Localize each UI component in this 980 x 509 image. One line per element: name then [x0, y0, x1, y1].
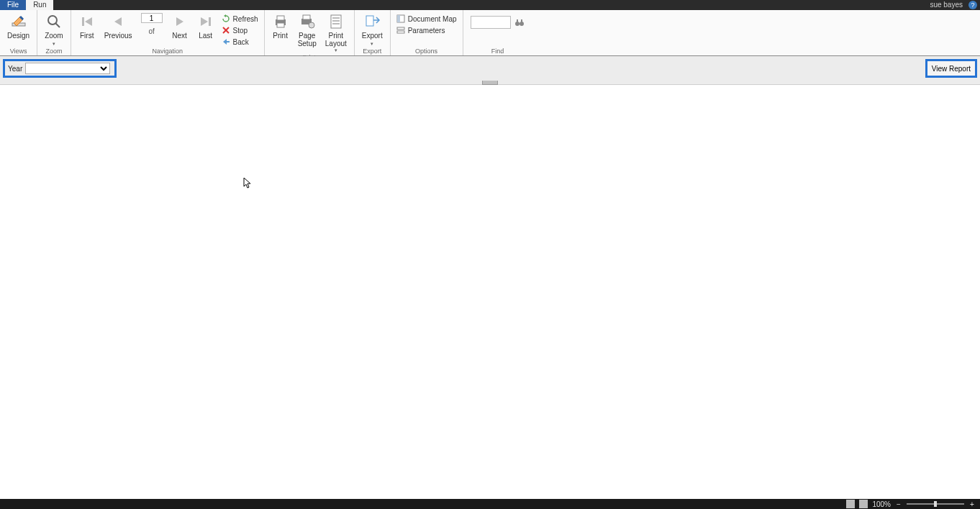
svg-rect-17	[332, 23, 340, 24]
zoom-out-button[interactable]: −	[895, 500, 902, 508]
svg-rect-10	[277, 23, 284, 27]
group-options-label: Options	[394, 48, 460, 55]
print-layout-label-1: Print	[329, 32, 344, 40]
svg-point-13	[309, 22, 314, 28]
group-views: Design Views	[0, 10, 37, 55]
tab-file[interactable]: File	[0, 0, 26, 10]
year-param-select[interactable]	[25, 63, 110, 74]
svg-rect-7	[226, 41, 230, 42]
page-number-input[interactable]	[141, 13, 163, 23]
svg-rect-12	[303, 15, 310, 19]
svg-rect-26	[521, 19, 522, 22]
status-bar: 100% − +	[0, 499, 980, 509]
page-of-label: of	[148, 27, 154, 35]
design-button[interactable]: Design	[3, 12, 34, 40]
find-next-button[interactable]	[514, 17, 525, 28]
svg-rect-20	[397, 15, 400, 22]
zoom-dropdown-arrow: ▾	[53, 40, 55, 48]
svg-rect-22	[397, 31, 404, 33]
previous-page-button[interactable]: Previous	[100, 12, 137, 40]
find-input[interactable]	[471, 16, 511, 29]
zoom-label: Zoom	[45, 32, 63, 40]
back-label: Back	[233, 38, 249, 46]
refresh-label: Refresh	[233, 15, 258, 23]
parameter-bar: Year View Report	[0, 56, 980, 85]
page-setup-label-1: Page	[299, 32, 315, 40]
back-icon	[222, 37, 230, 46]
group-options: Document Map Parameters Options	[391, 10, 463, 55]
design-label: Design	[7, 32, 30, 40]
last-page-icon	[197, 13, 214, 30]
refresh-button[interactable]: Refresh	[219, 13, 261, 24]
svg-line-2	[55, 23, 60, 27]
zoom-percent-label: 100%	[872, 500, 891, 508]
titlebar-spacer	[53, 0, 925, 10]
last-page-button[interactable]: Last	[193, 12, 219, 40]
zoom-slider-thumb[interactable]	[934, 501, 937, 507]
stop-button[interactable]: Stop	[219, 24, 261, 36]
svg-rect-18	[366, 16, 373, 26]
group-print: Print Page Setup Print Layout ▾ Print	[265, 10, 355, 55]
parameters-button[interactable]: Parameters	[394, 24, 460, 36]
previous-page-label: Previous	[104, 32, 132, 40]
stop-icon	[222, 26, 230, 35]
design-icon	[10, 13, 27, 30]
group-zoom: Zoom ▾ Zoom	[37, 10, 71, 55]
svg-rect-25	[517, 19, 518, 22]
print-layout-button[interactable]: Print Layout ▾	[321, 12, 351, 54]
group-export-label: Export	[358, 48, 387, 55]
report-canvas	[0, 85, 980, 499]
document-map-label: Document Map	[408, 15, 457, 23]
next-page-label: Next	[172, 32, 187, 40]
export-button[interactable]: Export ▾	[358, 12, 387, 48]
status-mode-icon-2[interactable]	[859, 500, 868, 508]
page-setup-icon	[299, 13, 316, 30]
group-zoom-label: Zoom	[40, 48, 68, 55]
zoom-in-button[interactable]: +	[968, 500, 976, 508]
svg-rect-9	[277, 16, 284, 20]
tab-run[interactable]: Run	[26, 0, 53, 10]
view-report-button[interactable]: View Report	[925, 59, 977, 78]
help-icon[interactable]: ?	[968, 1, 977, 9]
refresh-icon	[222, 14, 230, 23]
user-name-label: sue bayes	[925, 0, 967, 10]
zoom-slider-track[interactable]	[907, 503, 964, 505]
title-bar: File Run sue bayes ?	[0, 0, 980, 10]
document-map-button[interactable]: Document Map	[394, 13, 460, 24]
year-param-label: Year	[8, 65, 22, 73]
group-navigation-label: Navigation	[74, 48, 261, 55]
svg-rect-21	[397, 27, 404, 30]
group-navigation: First Previous of Next	[71, 10, 265, 55]
group-find: Find	[463, 10, 532, 55]
page-number-control: of	[137, 12, 167, 35]
page-setup-button[interactable]: Page Setup	[294, 12, 321, 48]
view-report-label: View Report	[932, 65, 971, 73]
parameters-label: Parameters	[408, 27, 445, 35]
zoom-icon	[45, 13, 63, 30]
nav-small-stack: Refresh Stop Back	[219, 12, 261, 48]
ribbon: Design Views Zoom ▾ Zoom	[0, 10, 980, 56]
export-icon	[363, 13, 381, 30]
group-export: Export ▾ Export	[355, 10, 391, 55]
print-layout-dropdown-arrow: ▾	[335, 46, 337, 54]
print-layout-icon	[327, 13, 345, 30]
last-page-label: Last	[199, 32, 212, 40]
binoculars-icon	[514, 17, 525, 27]
first-page-icon	[78, 13, 96, 30]
svg-rect-15	[332, 17, 340, 19]
year-parameter-field: Year	[3, 59, 117, 78]
stop-label: Stop	[233, 27, 248, 35]
previous-page-icon	[109, 13, 127, 30]
svg-rect-16	[332, 20, 340, 22]
next-page-button[interactable]: Next	[167, 12, 193, 40]
first-page-button[interactable]: First	[74, 12, 100, 40]
status-mode-icon-1[interactable]	[846, 500, 855, 508]
next-page-icon	[171, 13, 189, 30]
group-find-label: Find	[466, 48, 530, 55]
svg-rect-4	[209, 17, 211, 26]
print-label: Print	[273, 32, 288, 40]
zoom-button[interactable]: Zoom ▾	[40, 12, 68, 48]
print-button[interactable]: Print	[268, 12, 294, 40]
svg-rect-3	[82, 17, 84, 26]
back-button[interactable]: Back	[219, 36, 261, 48]
